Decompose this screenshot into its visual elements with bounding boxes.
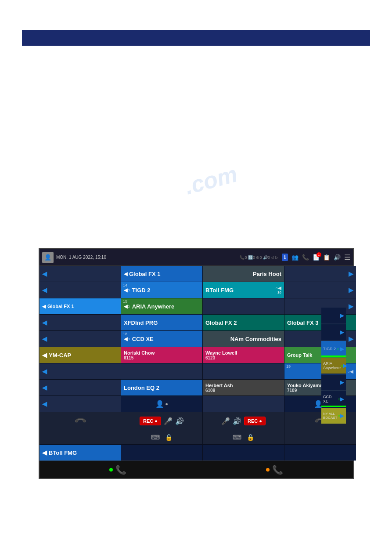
right-arrow-aria: ▶ (343, 363, 347, 369)
call-right-btn[interactable]: 📞 (266, 464, 283, 475)
speaker-left-r6b: ◀ (42, 368, 47, 375)
nam-commodities-btn[interactable]: NAm Commodities (203, 331, 284, 347)
wayne-lowell-btn[interactable]: Wayne Lowell 6123 (203, 347, 284, 363)
ccd-speaker-icon: ◀○ (124, 336, 130, 342)
ccd-xe-btn[interactable]: ◀○ CCD XE 18 (121, 331, 202, 347)
paris-hoot-btn[interactable]: Paris Hoot (203, 266, 284, 282)
left-empty-r7: ◀ (40, 380, 121, 395)
london-eq2-label: London EQ 2 (124, 385, 159, 391)
group-talk-label: Group Talk (287, 352, 312, 358)
keypad-left-icon[interactable]: ⌨ (151, 434, 160, 441)
rec-left-btn[interactable]: REC ● (140, 417, 161, 425)
tigd2-btn[interactable]: ◀○ TIGD 2 14 (121, 282, 202, 298)
aria-speaker-icon: ◀○ (124, 304, 130, 309)
btoll-fmg-left-btn[interactable]: ◀ BToll FMG (40, 445, 121, 461)
monitor-left-btn[interactable]: 👤 ● (121, 396, 202, 412)
mic-right-icon[interactable]: 🎤 (221, 417, 230, 425)
row-9-controls: 📞 REC ● 🎤 🔊 🎤 🔊 REC ● � (40, 412, 356, 430)
wayne-num: 6123 (205, 355, 215, 360)
speaker-right-ctrl-icon[interactable]: 🔊 (233, 417, 241, 425)
tigd2-label: TIGD 2 (132, 287, 151, 294)
phone-icon[interactable]: 📞 (302, 254, 309, 261)
right-label-r2: ▶ (321, 324, 346, 341)
noriski-chow-btn[interactable]: Noriski Chow 6115 (121, 347, 202, 363)
right-label-aria[interactable]: ARIA Anywhere ○ ▶ (321, 358, 346, 374)
ym-cap-label: YM-CAP (49, 352, 71, 359)
right-label-bdcast[interactable]: NY ALL BDCAST ○ ▶ (321, 408, 346, 424)
main-grid: ◀ ◀ Global FX 1 Paris Hoot ▶ ◀ (40, 266, 356, 461)
doc2-icon[interactable]: 📋 (323, 254, 330, 261)
row-10-keypad: ⌨ 🔒 ⌨ 🔒 (40, 430, 356, 444)
empty-btoll-c4 (284, 445, 356, 461)
right-labels-panel: ▶ ▶ TIGD 2 ○ ▶ ARIA Anywhere ○ ▶ ▶ CCD X… (321, 308, 346, 424)
row-7: ◀ London EQ 2 Herbert Ash 6109 Youko Aki… (40, 380, 356, 395)
empty-r3c3 (203, 298, 284, 314)
wayne-name: Wayne Lowell (205, 350, 237, 355)
right-icons[interactable]: ℹ 👥 📞 📄 1 📋 🔊 ☰ (282, 253, 350, 261)
herbert-num: 6109 (205, 388, 215, 393)
speaker-icon[interactable]: 🔊 (334, 254, 341, 261)
kp-right: ⌨ 🔒 (203, 430, 284, 444)
nam-commodities-label: NAm Commodities (230, 336, 281, 342)
aria-anywhere-btn[interactable]: ◀○ ARIA Anywhere 15 (121, 298, 202, 314)
rec-left-label: REC ● (143, 418, 158, 424)
right-label-tigd2[interactable]: TIGD 2 ○ ▶ (321, 341, 346, 357)
left-empty-r6b: ◀ (40, 363, 121, 379)
london-eq2-btn[interactable]: London EQ 2 (121, 380, 202, 395)
row-1: ◀ ◀ Global FX 1 Paris Hoot ▶ (40, 266, 356, 282)
phone-hangup-left[interactable]: 📞 (73, 414, 87, 428)
speaker-left-r7: ◀ (42, 384, 47, 391)
empty-btoll-c3 (203, 445, 284, 461)
right-arrow-r5-icon: ▶ (340, 379, 344, 385)
row-4: ◀ XFDInd PRG Global FX 2 Global FX 3 (40, 315, 356, 330)
xfdind-prg-btn[interactable]: XFDInd PRG (121, 315, 202, 330)
call-dot-left (109, 468, 113, 472)
speaker-btoll-icon: ◀ (42, 449, 47, 456)
youko-num: 7109 (287, 388, 297, 393)
ym-cap-btn[interactable]: ◀ YM-CAP (40, 347, 121, 363)
global-fx1-active-btn[interactable]: ◀ Global FX 1 (40, 298, 121, 314)
top-header-bar (22, 30, 370, 46)
rec-right-btn[interactable]: REC ● (244, 417, 266, 425)
row-5: ◀ ◀○ CCD XE 18 NAm Commodities ▶ (40, 331, 356, 347)
btoll-fmg-left-label: BToll FMG (49, 450, 77, 456)
lock-left-icon[interactable]: 🔒 (165, 434, 173, 441)
status-indicators: 📞0 🔢0 ⊘0 🔊0 ◁ ▷ (240, 255, 278, 260)
mic-left-icon[interactable]: 🎤 (164, 417, 173, 425)
row-btoll: ◀ BToll FMG (40, 445, 356, 461)
ctrl-left-outer: 📞 (40, 412, 121, 430)
call-left-btn[interactable]: 📞 (109, 464, 126, 475)
herbert-ash-btn[interactable]: Herbert Ash 6109 (203, 380, 284, 395)
right-label-r5: ▶ (321, 374, 346, 391)
right-label-ccdxe[interactable]: CCD XE ○ ▶ (321, 391, 346, 407)
monitor-left-icon: 👤 (155, 400, 164, 408)
empty-r2c4: ▶ (284, 282, 356, 298)
empty-r1c4: ▶ (284, 266, 356, 282)
people-icon[interactable]: 👥 (291, 254, 298, 261)
info-icon[interactable]: ℹ (282, 254, 288, 261)
aria-right-label: ARIA Anywhere (323, 361, 341, 370)
menu-icon[interactable]: ☰ (344, 253, 350, 261)
ccd-num: 18 (123, 332, 127, 336)
ctrl-left-inner: REC ● 🎤 🔊 (121, 412, 202, 430)
doc1-icon[interactable]: 📄 1 (313, 254, 320, 261)
btoll-fmg-btn[interactable]: BToll FMG ○◀10 (203, 282, 284, 298)
keypad-right-icon[interactable]: ⌨ (233, 434, 241, 441)
global-fx1-active-label: Global FX 1 (47, 304, 74, 309)
right-arrow-r2-icon: ▶ (340, 329, 344, 335)
aria-anywhere-label: ARIA Anywhere (132, 303, 175, 310)
left-empty-r2: ◀ (40, 282, 121, 298)
global-fx1-btn[interactable]: ◀ Global FX 1 (121, 266, 202, 282)
green-bar-ccdxe (321, 406, 346, 407)
right-arrow-bdcast: ▶ (340, 413, 344, 419)
row-2: ◀ ◀○ TIGD 2 14 BToll FMG ○◀10 ▶ (40, 282, 356, 298)
speaker-left-ctrl-icon[interactable]: 🔊 (175, 417, 184, 425)
global-fx2-btn[interactable]: Global FX 2 (203, 315, 284, 330)
right-arrow-r3: ▶ (349, 303, 353, 310)
green-bar-tigd2 (321, 355, 346, 357)
right-arrow-tigd2: ▶ (340, 346, 344, 352)
left-empty-r8: ◀ (40, 396, 121, 412)
datetime-label: MON, 1 AUG 2022, 15:10 (56, 255, 240, 260)
tigd2-right-label: TIGD 2 (323, 347, 336, 351)
lock-right-icon[interactable]: 🔒 (247, 434, 254, 441)
